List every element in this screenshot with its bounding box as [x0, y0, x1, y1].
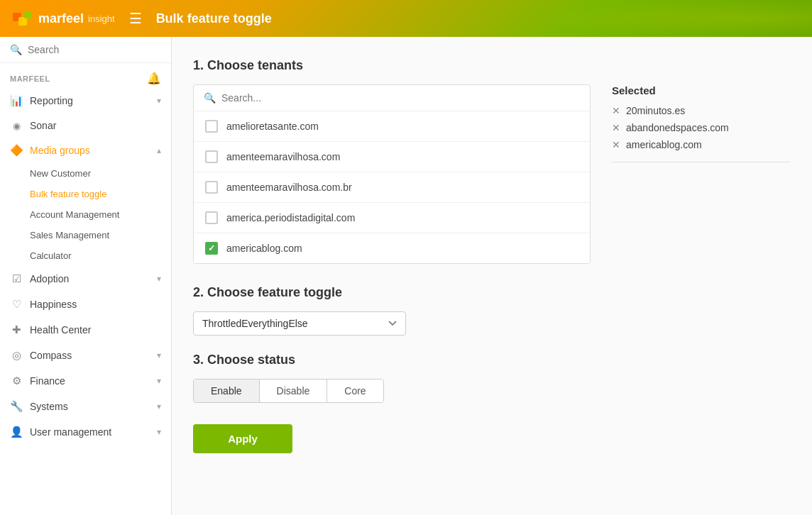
sidebar-search[interactable]: 🔍	[0, 37, 171, 63]
tenant-name: amenteemaravilhosa.com.br	[226, 182, 352, 193]
logo: marfeel insight	[11, 7, 115, 30]
status-buttons: Enable Disable Core	[193, 379, 384, 403]
sidebar-item-health-center[interactable]: ✚ Health Center	[0, 317, 171, 343]
tenant-name: americablog.com	[226, 243, 302, 254]
table-row: americablog.com	[194, 233, 590, 263]
sidebar-item-label: Reporting	[30, 95, 150, 106]
sidebar-item-new-customer[interactable]: New Customer	[0, 163, 171, 184]
sidebar-item-systems[interactable]: 🔧 Systems ▾	[0, 394, 171, 419]
selected-name: abandonedspaces.com	[626, 122, 729, 133]
sidebar-item-happiness[interactable]: ♡ Happiness	[0, 292, 171, 317]
step1-title: 1. Choose tenants	[193, 58, 791, 73]
adoption-icon: ☑	[10, 272, 23, 285]
remove-icon-1[interactable]: ✕	[612, 106, 620, 116]
logo-text: marfeel	[38, 11, 84, 26]
tenant-checkbox-4[interactable]	[205, 211, 218, 224]
sidebar-item-user-management[interactable]: 👤 User management ▾	[0, 419, 171, 445]
tenants-search-input[interactable]	[221, 92, 580, 104]
header: marfeel insight ☰ Bulk feature toggle	[0, 0, 812, 37]
sidebar-item-label: Sonar	[30, 120, 161, 131]
hamburger-icon[interactable]: ☰	[129, 11, 142, 26]
chevron-down-icon: ▾	[157, 402, 161, 411]
systems-icon: 🔧	[10, 400, 23, 413]
sidebar-item-label: Systems	[30, 401, 150, 412]
reporting-icon: 📊	[10, 94, 23, 107]
content: 1. Choose tenants 🔍 amelioretasante.com …	[172, 37, 812, 515]
remove-icon-2[interactable]: ✕	[612, 123, 620, 133]
tenants-panel: 🔍 amelioretasante.com amenteemaravilhosa…	[193, 84, 791, 264]
step2-title: 2. Choose feature toggle	[193, 285, 791, 300]
status-enable-button[interactable]: Enable	[194, 380, 260, 402]
step3-section: 3. Choose status Enable Disable Core	[193, 353, 791, 403]
tenant-checkbox-2[interactable]	[205, 150, 218, 163]
sidebar-item-label: Compass	[30, 350, 150, 361]
step3-title: 3. Choose status	[193, 353, 791, 367]
tenant-name: amenteemaravilhosa.com	[226, 151, 340, 162]
finance-icon: ⚙	[10, 375, 23, 387]
sidebar-item-sonar[interactable]: ◉ Sonar	[0, 113, 171, 138]
sidebar-item-label: Adoption	[30, 273, 150, 284]
search-icon: 🔍	[204, 92, 216, 104]
selected-name: americablog.com	[626, 139, 702, 150]
sidebar-item-label: Media groups	[30, 145, 150, 156]
compass-icon: ◎	[10, 349, 23, 362]
chevron-down-icon: ▾	[157, 427, 161, 437]
list-item: ✕ abandonedspaces.com	[612, 122, 791, 133]
tenant-name: america.periodistadigital.com	[226, 212, 355, 223]
status-disable-button[interactable]: Disable	[260, 380, 328, 402]
sidebar-item-label: Health Center	[30, 324, 161, 336]
list-item: ✕ 20minutos.es	[612, 105, 791, 116]
media-groups-submenu: New Customer Bulk feature toggle Account…	[0, 163, 171, 266]
step2-section: 2. Choose feature toggle ThrottledEveryt…	[193, 285, 791, 336]
chevron-up-icon: ▴	[157, 145, 161, 155]
selected-panel: Selected ✕ 20minutos.es ✕ abandonedspace…	[612, 84, 791, 264]
selected-title: Selected	[612, 84, 791, 96]
sidebar-section-label: MARFEEL 🔔	[0, 63, 171, 88]
status-core-button[interactable]: Core	[327, 380, 383, 402]
tenant-checkbox-3[interactable]	[205, 181, 218, 194]
apply-button[interactable]: Apply	[193, 424, 292, 453]
sidebar: 🔍 MARFEEL 🔔 📊 Reporting ▾ ◉ Sonar 🔶 Medi…	[0, 37, 172, 515]
table-row: america.periodistadigital.com	[194, 203, 590, 233]
sidebar-item-label: Finance	[30, 375, 150, 387]
sidebar-item-adoption[interactable]: ☑ Adoption ▾	[0, 266, 171, 292]
sidebar-item-label: User management	[30, 426, 150, 438]
main-layout: 🔍 MARFEEL 🔔 📊 Reporting ▾ ◉ Sonar 🔶 Medi…	[0, 37, 812, 515]
sidebar-item-account-management[interactable]: Account Management	[0, 204, 171, 225]
notification-icon: 🔔	[147, 72, 162, 85]
chevron-down-icon: ▾	[157, 350, 161, 360]
sidebar-item-compass[interactable]: ◎ Compass ▾	[0, 343, 171, 368]
sidebar-item-calculator[interactable]: Calculator	[0, 245, 171, 266]
sidebar-item-reporting[interactable]: 📊 Reporting ▾	[0, 88, 171, 113]
tenant-checkbox-5[interactable]	[205, 242, 218, 255]
table-row: amenteemaravilhosa.com.br	[194, 172, 590, 203]
sonar-icon: ◉	[10, 121, 23, 131]
chevron-down-icon: ▾	[157, 274, 161, 284]
media-groups-icon: 🔶	[10, 144, 23, 157]
sidebar-item-media-groups[interactable]: 🔶 Media groups ▴	[0, 138, 171, 163]
health-center-icon: ✚	[10, 323, 23, 336]
chevron-down-icon: ▾	[157, 376, 161, 386]
tenant-checkbox-1[interactable]	[205, 120, 218, 133]
sidebar-item-label: Happiness	[30, 299, 161, 310]
sidebar-item-finance[interactable]: ⚙ Finance ▾	[0, 368, 171, 394]
chevron-down-icon: ▾	[157, 96, 161, 106]
logo-icon	[11, 7, 34, 30]
svg-rect-2	[24, 11, 31, 18]
table-row: amelioretasante.com	[194, 111, 590, 142]
selected-divider	[612, 162, 791, 162]
sidebar-item-bulk-feature-toggle[interactable]: Bulk feature toggle	[0, 184, 171, 204]
tenants-search[interactable]: 🔍	[194, 85, 590, 111]
sidebar-item-sales-management[interactable]: Sales Management	[0, 225, 171, 245]
remove-icon-3[interactable]: ✕	[612, 140, 620, 150]
table-row: amenteemaravilhosa.com	[194, 142, 590, 172]
tenants-list: 🔍 amelioretasante.com amenteemaravilhosa…	[193, 84, 591, 264]
search-icon: 🔍	[10, 44, 22, 55]
selected-name: 20minutos.es	[626, 105, 685, 116]
logo-sub: insight	[88, 13, 115, 24]
feature-toggle-select[interactable]: ThrottledEverythingElse FeatureA Feature…	[193, 311, 406, 336]
page-title: Bulk feature toggle	[156, 11, 272, 26]
tenant-name: amelioretasante.com	[226, 121, 319, 132]
search-input[interactable]	[28, 44, 161, 55]
happiness-icon: ♡	[10, 298, 23, 311]
